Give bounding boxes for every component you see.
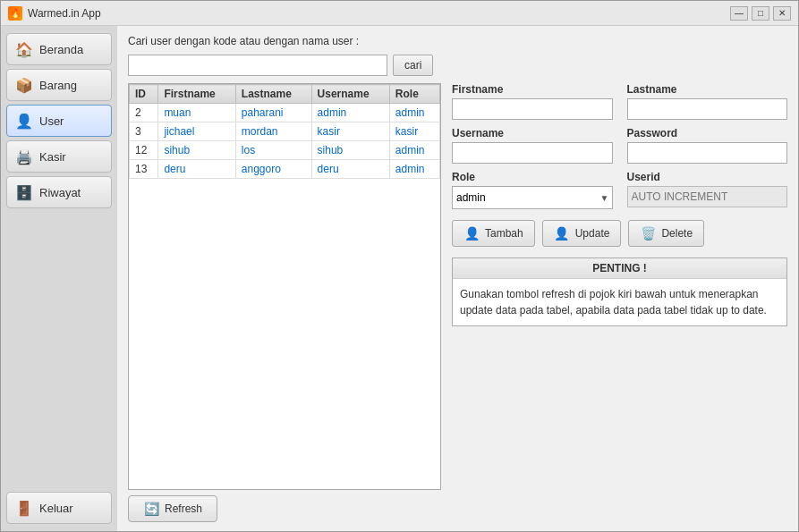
sidebar-spacer: [6, 212, 112, 488]
lastname-input[interactable]: [627, 98, 788, 120]
cell-role: kasir: [389, 122, 439, 141]
sidebar-item-kasir[interactable]: 🖨️ Kasir: [6, 140, 112, 173]
minimize-button[interactable]: —: [730, 6, 748, 21]
sidebar-item-keluar[interactable]: 🚪 Keluar: [6, 492, 112, 524]
right-panel: Firstname Lastname Username: [452, 83, 787, 522]
cell-firstname: deru: [158, 160, 235, 179]
user-icon: 👤: [14, 111, 34, 131]
refresh-button[interactable]: 🔄 Refresh: [128, 495, 217, 522]
sidebar-item-user[interactable]: 👤 User: [6, 105, 112, 137]
action-buttons: 👤 Tambah 👤 Update 🗑️ Delete: [452, 220, 787, 247]
userid-label: Userid: [627, 171, 788, 183]
cell-lastname: anggoro: [235, 160, 311, 179]
sidebar-item-riwayat[interactable]: 🗄️ Riwayat: [6, 176, 112, 208]
notice-box: PENTING ! Gunakan tombol refresh di pojo…: [452, 258, 787, 326]
form-group-lastname: Lastname: [627, 83, 788, 120]
table-row[interactable]: 2muanpaharaniadminadmin: [130, 104, 440, 122]
app-icon: 🔥: [8, 6, 22, 21]
barang-icon: 📦: [14, 75, 34, 95]
sidebar-label-user: User: [39, 114, 64, 128]
search-input[interactable]: [128, 55, 387, 76]
sidebar-label-keluar: Keluar: [39, 502, 73, 515]
cell-id: 2: [130, 104, 158, 122]
sidebar-label-beranda: Beranda: [39, 43, 83, 56]
form-group-userid: Userid: [627, 171, 788, 209]
home-icon: 🏠: [14, 39, 34, 59]
cell-lastname: paharani: [235, 104, 311, 122]
update-icon: 👤: [554, 225, 570, 241]
table-row[interactable]: 13deruanggoroderuadmin: [130, 160, 440, 179]
cell-username: admin: [311, 104, 389, 122]
refresh-icon: 🔄: [143, 501, 159, 517]
form-row-1: Firstname Lastname: [452, 83, 787, 120]
cell-id: 12: [130, 141, 158, 160]
username-input[interactable]: [452, 142, 613, 164]
form-group-username: Username: [452, 127, 613, 164]
main-area: Cari user dengan kode atau dengan nama u…: [117, 26, 798, 531]
window-controls: — □ ✕: [730, 6, 791, 21]
cari-button[interactable]: cari: [393, 55, 433, 76]
col-id: ID: [130, 85, 158, 104]
user-table: ID Firstname Lastname Username Role 2mua…: [129, 84, 440, 179]
col-role: Role: [389, 85, 439, 104]
password-input[interactable]: [627, 142, 788, 164]
sidebar-label-riwayat: Riwayat: [39, 186, 81, 199]
cell-role: admin: [389, 141, 439, 160]
cell-firstname: jichael: [158, 122, 235, 141]
title-bar: 🔥 Warmed.in App — □ ✕: [1, 1, 798, 26]
middle-section: ID Firstname Lastname Username Role 2mua…: [128, 83, 787, 522]
table-row[interactable]: 12sihublossihubadmin: [130, 141, 440, 160]
password-label: Password: [627, 127, 788, 139]
form-group-password: Password: [627, 127, 788, 164]
maximize-button[interactable]: □: [752, 6, 769, 21]
form-row-3: Role admin kasir ▼ Userid: [452, 171, 787, 209]
col-firstname: Firstname: [158, 85, 235, 104]
cell-role: admin: [389, 104, 439, 122]
table-section: ID Firstname Lastname Username Role 2mua…: [128, 83, 441, 522]
table-body: 2muanpaharaniadminadmin3jichaelmordankas…: [130, 104, 440, 179]
delete-icon: 🗑️: [640, 225, 656, 241]
sidebar-item-beranda[interactable]: 🏠 Beranda: [6, 33, 112, 65]
cell-firstname: muan: [158, 104, 235, 122]
cell-firstname: sihub: [158, 141, 235, 160]
cell-lastname: mordan: [235, 122, 311, 141]
update-label: Update: [575, 227, 610, 240]
close-button[interactable]: ✕: [773, 6, 791, 21]
firstname-input[interactable]: [452, 98, 613, 120]
role-select[interactable]: admin kasir: [452, 186, 613, 209]
delete-label: Delete: [661, 227, 693, 240]
cell-role: admin: [389, 160, 439, 179]
form-group-firstname: Firstname: [452, 83, 613, 120]
notice-body: Gunakan tombol refresh di pojok kiri baw…: [453, 279, 786, 325]
window-title: Warmed.in App: [28, 7, 101, 20]
tambah-icon: 👤: [463, 225, 480, 241]
tambah-label: Tambah: [485, 227, 523, 240]
userid-input: [627, 186, 788, 207]
table-container[interactable]: ID Firstname Lastname Username Role 2mua…: [128, 83, 441, 490]
cell-username: sihub: [311, 141, 389, 160]
col-username: Username: [311, 85, 389, 104]
sidebar-item-barang[interactable]: 📦 Barang: [6, 69, 112, 101]
cell-username: deru: [311, 160, 389, 179]
tambah-button[interactable]: 👤 Tambah: [452, 220, 535, 247]
content-area: 🏠 Beranda 📦 Barang 👤 User 🖨️ Kasir 🗄️ Ri…: [1, 26, 798, 531]
form-group-role: Role admin kasir ▼: [452, 171, 613, 209]
table-row[interactable]: 3jichaelmordankasirkasir: [130, 122, 440, 141]
username-label: Username: [452, 127, 613, 139]
app-window: 🔥 Warmed.in App — □ ✕ 🏠 Beranda 📦 Barang…: [0, 0, 799, 532]
table-header: ID Firstname Lastname Username Role: [130, 85, 440, 104]
form-row-2: Username Password: [452, 127, 787, 164]
delete-button[interactable]: 🗑️ Delete: [628, 220, 704, 247]
cell-id: 3: [130, 122, 158, 141]
firstname-label: Firstname: [452, 83, 613, 96]
kasir-icon: 🖨️: [14, 147, 34, 166]
cell-lastname: los: [235, 141, 311, 160]
cell-id: 13: [130, 160, 158, 179]
sidebar: 🏠 Beranda 📦 Barang 👤 User 🖨️ Kasir 🗄️ Ri…: [1, 26, 117, 531]
update-button[interactable]: 👤 Update: [542, 220, 622, 247]
role-select-wrapper: admin kasir ▼: [452, 186, 613, 209]
sidebar-label-kasir: Kasir: [39, 150, 66, 164]
refresh-label: Refresh: [165, 502, 202, 515]
col-lastname: Lastname: [235, 85, 311, 104]
search-label: Cari user dengan kode atau dengan nama u…: [128, 35, 787, 47]
